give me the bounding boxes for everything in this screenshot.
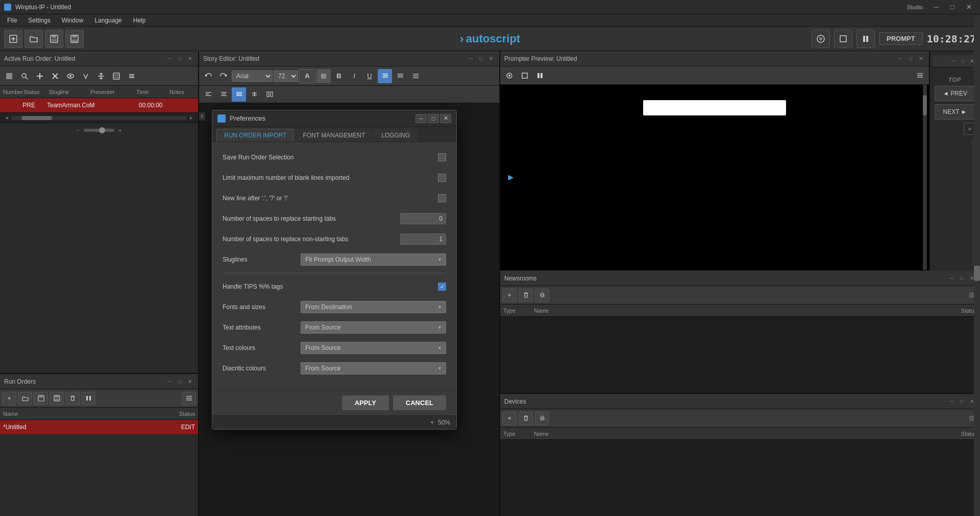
toolbar-square-icon-btn[interactable] — [834, 30, 852, 48]
menu-window[interactable]: Window — [57, 16, 89, 25]
next-button[interactable]: NEXT ► — [935, 104, 975, 120]
se-columns-btn[interactable] — [262, 87, 277, 102]
se-color-swatch-btn[interactable] — [316, 69, 331, 83]
ro-open-btn[interactable] — [18, 392, 32, 405]
prev-button[interactable]: ◄ PREV — [935, 86, 975, 101]
se-align-right-btn[interactable] — [378, 69, 392, 83]
zoom-slider-thumb[interactable] — [99, 127, 105, 133]
co-float-btn[interactable]: □ — [959, 57, 967, 65]
dialog-minimize-btn[interactable]: ─ — [415, 114, 427, 123]
ro-menu-btn[interactable] — [182, 392, 196, 405]
ro-saveas-btn[interactable] — [34, 392, 48, 405]
aro-tb-delete[interactable] — [48, 69, 62, 83]
nr-delete-btn[interactable] — [519, 289, 533, 302]
aro-tb-search[interactable] — [17, 69, 32, 83]
toolbar-save-btn[interactable] — [65, 30, 84, 48]
prompt-button[interactable]: PROMPT — [879, 32, 923, 45]
hscroll[interactable] — [11, 116, 187, 120]
hscroll-thumb[interactable] — [21, 116, 52, 120]
text-colours-select[interactable]: From Destination From Source — [301, 342, 446, 354]
toolbar-pause-icon-btn[interactable] — [856, 30, 875, 48]
tab-font-management[interactable]: FONT MANAGEMENT — [295, 129, 373, 142]
ro-pin-btn[interactable]: ─ — [165, 378, 174, 386]
toolbar-new-btn[interactable] — [4, 30, 22, 48]
diacritic-colours-select[interactable]: From Destination From Source — [301, 362, 446, 374]
aro-float-btn[interactable]: □ — [176, 55, 184, 63]
nr-pin-btn[interactable]: ─ — [947, 274, 955, 283]
se-close-btn[interactable]: ✕ — [487, 55, 495, 63]
minimize-btn[interactable]: ─ — [929, 2, 943, 12]
dv-add-btn[interactable]: + — [502, 412, 517, 425]
ro-table-row[interactable]: *Untitled EDIT — [0, 420, 198, 434]
close-btn[interactable]: ✕ — [962, 2, 976, 12]
pp-menu-btn[interactable] — [913, 68, 927, 83]
tab-run-order-import[interactable]: RUN ORDER IMPORT — [216, 129, 294, 142]
se-align-justify-btn[interactable] — [232, 87, 246, 102]
menu-language[interactable]: Language — [89, 16, 127, 25]
aro-tb-add[interactable] — [33, 69, 47, 83]
menu-help[interactable]: Help — [128, 16, 151, 25]
aro-tb-down[interactable] — [79, 69, 93, 83]
zoom-plus-icon[interactable]: + — [430, 419, 434, 426]
spaces-nontabs-input[interactable] — [400, 233, 446, 245]
font-size-select[interactable]: 72 — [274, 71, 298, 82]
tab-logging[interactable]: LOGGING — [374, 129, 418, 142]
prompter-vscroll[interactable] — [923, 85, 927, 270]
se-italic-btn[interactable]: I — [347, 69, 361, 83]
save-run-order-checkbox[interactable] — [438, 153, 446, 161]
nr-vscroll[interactable] — [974, 51, 980, 516]
maximize-btn[interactable]: □ — [945, 2, 960, 12]
zoom-slider[interactable] — [84, 129, 114, 132]
dialog-close-btn[interactable]: ✕ — [440, 114, 451, 123]
dv-float-btn[interactable]: □ — [958, 397, 966, 406]
se-float-btn[interactable]: □ — [477, 55, 485, 63]
se-align-center-btn[interactable] — [216, 87, 231, 102]
aro-tb-move[interactable] — [94, 69, 108, 83]
pp-float-btn[interactable]: □ — [906, 55, 915, 63]
scroll-right-arrow[interactable]: ► — [187, 114, 196, 122]
ro-float-btn[interactable]: □ — [176, 378, 184, 386]
dv-pin-btn[interactable]: ─ — [947, 397, 955, 406]
aro-tb-squarebox[interactable] — [2, 69, 16, 83]
toolbar-saveas-btn[interactable] — [45, 30, 63, 48]
fonts-sizes-select[interactable]: From Destination From Source — [301, 301, 446, 313]
aro-tb-menu[interactable] — [125, 69, 139, 83]
se-bold-btn[interactable]: B — [332, 69, 346, 83]
pp-close-btn[interactable]: ✕ — [917, 55, 925, 63]
se-undo-btn[interactable] — [201, 69, 215, 83]
nr-vscroll-thumb[interactable] — [974, 266, 980, 281]
nr-settings-btn[interactable] — [535, 289, 549, 302]
sluglines-select[interactable]: Fit Prompt Output Width From Source None — [301, 253, 446, 266]
ro-save-btn[interactable] — [50, 392, 64, 405]
se-redo-btn[interactable] — [216, 69, 231, 83]
ro-close-btn[interactable]: ✕ — [186, 378, 194, 386]
pp-tb-3[interactable] — [533, 68, 547, 83]
font-select[interactable]: Arial — [232, 71, 273, 82]
se-underline-btn[interactable]: U — [362, 69, 377, 83]
se-menu-btn[interactable] — [408, 69, 423, 83]
menu-settings[interactable]: Settings — [23, 16, 55, 25]
zoom-plus[interactable]: + — [118, 127, 121, 133]
se-center-btn2[interactable] — [247, 87, 261, 102]
aro-table-row[interactable]: PRE TeamArman.CoM 00:00:00 — [0, 98, 198, 112]
dialog-maximize-btn[interactable]: □ — [428, 114, 439, 123]
aro-tb-cut[interactable] — [109, 69, 124, 83]
ro-add-btn[interactable]: + — [2, 392, 16, 405]
se-collapse-btn[interactable] — [199, 112, 205, 121]
se-font-color-btn[interactable]: A — [299, 69, 315, 83]
text-attrs-select[interactable]: From Destination From Source — [301, 321, 446, 334]
dv-delete-btn[interactable] — [519, 412, 533, 425]
zoom-minus[interactable]: − — [77, 127, 80, 133]
dv-settings-btn[interactable] — [535, 412, 549, 425]
limit-blank-lines-checkbox[interactable] — [438, 174, 446, 182]
new-line-after-checkbox[interactable] — [438, 194, 446, 202]
toolbar-circle-icon-btn[interactable] — [812, 30, 830, 48]
se-indent-btn[interactable] — [393, 69, 407, 83]
prompter-vscroll-thumb[interactable] — [923, 95, 927, 115]
apply-button[interactable]: APPLY — [342, 395, 389, 410]
co-pin-btn[interactable]: ─ — [949, 57, 958, 65]
aro-pin-btn[interactable]: ─ — [165, 55, 174, 63]
spaces-tabs-input[interactable] — [400, 213, 446, 224]
tips-checkbox[interactable] — [438, 283, 446, 291]
ro-pause-btn[interactable] — [81, 392, 95, 405]
